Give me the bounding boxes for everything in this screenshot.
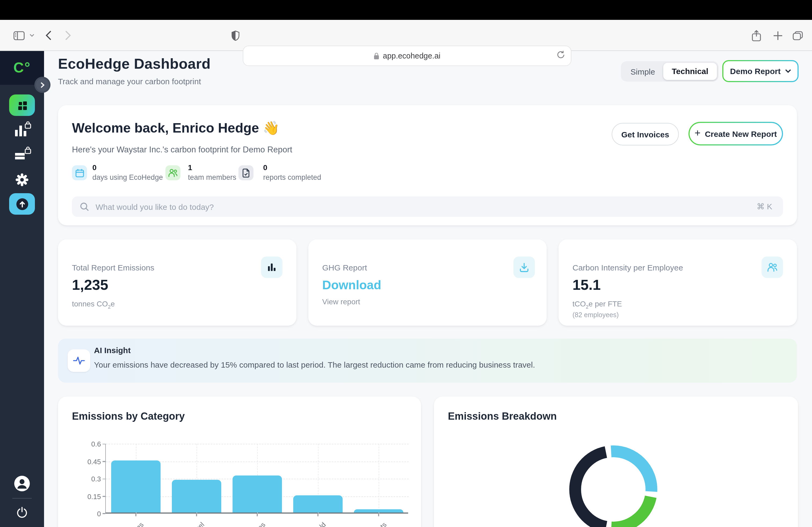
total-emissions-card: Total Report Emissions 1,235 tonnes CO2e	[58, 239, 296, 326]
new-tab-plus-icon[interactable]	[771, 20, 784, 51]
bar[interactable]	[172, 480, 221, 512]
sidebar-expand-button[interactable]	[34, 77, 50, 93]
avatar-icon	[14, 476, 30, 492]
stat-value: 1	[188, 163, 192, 172]
sidebar-divider	[12, 498, 32, 499]
bar-chart-title: Emissions by Category	[72, 410, 185, 422]
search-shortcut: ⌘ K	[757, 202, 772, 211]
sidebar-item-settings[interactable]	[0, 171, 44, 189]
power-icon	[16, 507, 28, 518]
sidebar-panel-icon[interactable]	[12, 20, 26, 51]
y-tick-label: 0.15	[79, 492, 101, 500]
page-subtitle: Track and manage your carbon footprint	[58, 77, 201, 86]
ai-insight-message: Your emissions have decreased by 15% com…	[94, 360, 535, 369]
toggle-technical[interactable]: Technical	[663, 63, 717, 80]
donut-chart-title: Emissions Breakdown	[448, 410, 557, 422]
chevron-right-icon	[40, 82, 45, 88]
upload-arrow-icon	[15, 197, 29, 211]
forward-icon[interactable]	[62, 20, 73, 51]
report-rows-icon	[13, 146, 31, 163]
url-text: app.ecohedge.ai	[383, 51, 441, 60]
lock-icon	[25, 122, 31, 128]
back-icon[interactable]	[43, 20, 54, 51]
get-invoices-button[interactable]: Get Invoices	[612, 123, 679, 146]
sidebar-item-dashboard[interactable]	[9, 94, 35, 116]
bar-chart-plot	[105, 444, 408, 514]
stat-value: 0	[92, 163, 97, 172]
toggle-simple[interactable]: Simple	[622, 67, 663, 76]
welcome-heading: Welcome back, Enrico Hedge 👋	[72, 120, 279, 136]
calendar-icon	[72, 165, 87, 180]
stat-value: 0	[263, 163, 267, 172]
screen: app.ecohedge.ai C°	[0, 0, 812, 527]
sidebar-item-account[interactable]	[14, 476, 30, 494]
bar[interactable]	[354, 509, 403, 512]
metric-label: GHG Report	[322, 263, 367, 272]
stat-label: reports completed	[263, 174, 321, 181]
bar[interactable]	[233, 475, 282, 512]
browser-toolbar: app.ecohedge.ai	[0, 20, 812, 51]
lock-icon	[25, 147, 31, 153]
y-tick-label: 0.45	[79, 457, 101, 466]
stat-label: days using EcoHedge	[92, 174, 163, 181]
get-invoices-label: Get Invoices	[621, 130, 669, 139]
share-icon[interactable]	[750, 20, 763, 51]
privacy-shield-icon[interactable]	[230, 20, 241, 51]
view-report-link[interactable]: View report	[322, 297, 360, 306]
window-top-bar	[0, 0, 812, 20]
metric-unit: tCO2e per FTE	[572, 299, 622, 310]
metric-note: (82 employees)	[572, 311, 619, 319]
ai-insight-title: AI Insight	[94, 346, 131, 355]
donut-chart[interactable]	[560, 436, 667, 527]
sidebar-item-reports[interactable]	[0, 145, 44, 163]
command-search[interactable]: What would you like to do today? ⌘ K	[72, 196, 783, 217]
chevron-down-icon	[785, 69, 791, 73]
app-logo: C°	[13, 60, 31, 76]
metric-label: Carbon Intensity per Employee	[572, 263, 683, 272]
stat-label: team members	[188, 174, 236, 181]
metric-value: 15.1	[572, 277, 601, 293]
bar[interactable]	[293, 495, 343, 512]
metric-value: 1,235	[72, 277, 108, 293]
people-icon	[165, 165, 180, 180]
report-selector-label: Demo Report	[730, 66, 781, 76]
bar[interactable]	[111, 460, 161, 512]
create-new-report-button[interactable]: + Create New Report	[688, 122, 783, 146]
sidebar-item-analytics[interactable]	[0, 121, 44, 139]
search-placeholder: What would you like to do today?	[96, 202, 214, 211]
people-icon	[762, 257, 783, 278]
create-new-report-label: Create New Report	[705, 129, 777, 138]
page-title: EcoHedge Dashboard	[58, 56, 211, 73]
sidebar-chevron-down-icon[interactable]	[28, 20, 35, 51]
dashboard-grid-icon	[16, 100, 28, 111]
document-check-icon	[238, 165, 253, 180]
ghg-report-card: GHG Report Download View report	[308, 239, 547, 326]
download-icon[interactable]	[513, 257, 535, 278]
bar-chart-icon	[261, 257, 282, 278]
download-link[interactable]: Download	[322, 278, 381, 292]
report-selector[interactable]: Demo Report	[722, 60, 799, 82]
metric-unit: tonnes CO2e	[72, 299, 115, 310]
y-tick-label: 0	[79, 510, 101, 518]
padlock-icon	[374, 52, 379, 59]
sidebar-item-logout[interactable]	[16, 507, 28, 521]
carbon-intensity-card: Carbon Intensity per Employee 15.1 tCO2e…	[559, 239, 797, 326]
sidebar-item-upgrade[interactable]	[9, 193, 35, 215]
welcome-subheading: Here's your Waystar Inc.'s carbon footpr…	[72, 145, 292, 154]
y-tick-label: 0.6	[79, 440, 101, 448]
metric-label: Total Report Emissions	[72, 263, 155, 272]
plus-icon: +	[695, 127, 700, 139]
tab-overview-icon[interactable]	[791, 20, 804, 51]
mode-toggle: Simple Technical	[621, 61, 719, 81]
pulse-icon	[68, 349, 90, 372]
analytics-bars-icon	[13, 121, 31, 138]
reload-icon[interactable]	[557, 50, 565, 61]
y-tick-label: 0.3	[79, 475, 101, 483]
url-bar[interactable]: app.ecohedge.ai	[243, 46, 571, 66]
search-icon	[80, 202, 89, 211]
gear-icon	[15, 173, 29, 187]
